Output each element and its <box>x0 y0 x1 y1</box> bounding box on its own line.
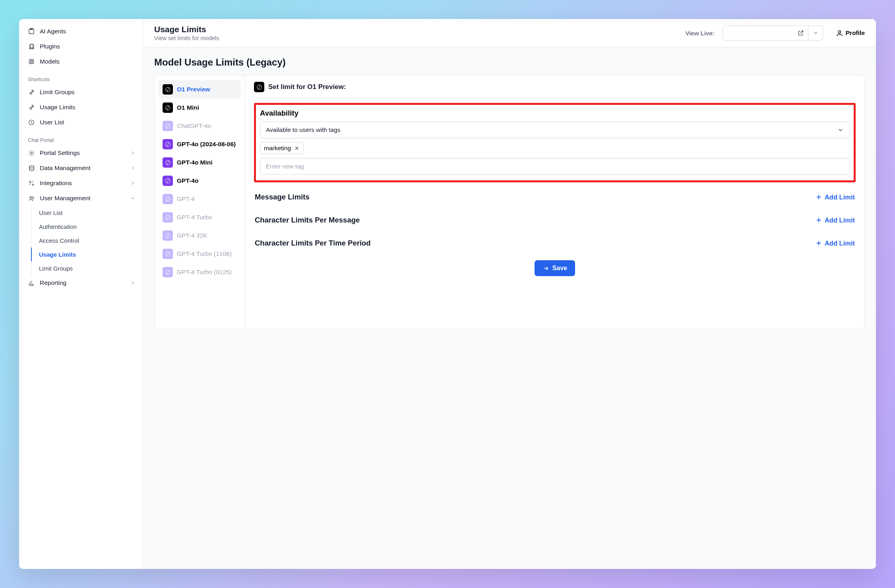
submenu-usagelimits[interactable]: Usage Limits <box>31 248 143 261</box>
label: Add Limit <box>825 193 855 201</box>
svg-point-7 <box>30 196 31 198</box>
pin-icon <box>28 104 35 111</box>
openai-icon <box>163 121 173 131</box>
model-item[interactable]: GPT-4 <box>159 190 241 208</box>
main-area: Usage Limits View set limits for models … <box>143 19 876 569</box>
sidebar-item-ai-agents[interactable]: AI Agents <box>19 24 143 39</box>
model-name: ChatGPT-4o <box>177 122 211 130</box>
limit-title: Message Limits <box>255 193 310 201</box>
model-name: O1 Preview <box>177 85 210 93</box>
add-limit-chars-per-period[interactable]: Add Limit <box>815 240 855 247</box>
sidebar-item-user-management[interactable]: User Management <box>19 191 143 206</box>
availability-value: Available to users with tags <box>266 126 341 133</box>
model-item[interactable]: GPT-4 32K <box>159 226 241 245</box>
label: Reporting <box>40 279 66 286</box>
limit-title: Character Limits Per Time Period <box>255 239 371 248</box>
label: Limit Groups <box>40 89 75 96</box>
sidebar-item-data-management[interactable]: Data Management <box>19 161 143 176</box>
add-limit-chars-per-message[interactable]: Add Limit <box>815 217 855 224</box>
model-item[interactable]: GPT-4 Turbo (1106) <box>159 245 241 263</box>
limit-row-chars-per-message: Character Limits Per Message Add Limit <box>254 205 856 228</box>
model-name: GPT-4 Turbo (1106) <box>177 250 232 257</box>
label: Save <box>552 265 567 272</box>
sidebar-item-portal-settings[interactable]: Portal Settings <box>19 145 143 161</box>
gear-icon <box>28 149 35 157</box>
detail-header: Set limit for O1 Preview: <box>254 82 856 98</box>
plus-icon <box>815 193 822 201</box>
availability-select[interactable]: Available to users with tags <box>260 122 850 138</box>
limit-row-messages: Message Limits Add Limit <box>254 182 856 205</box>
limit-title: Character Limits Per Message <box>255 216 360 224</box>
tag-input[interactable]: Enter new tag <box>260 158 850 175</box>
external-link-icon <box>798 30 804 36</box>
svg-point-5 <box>31 152 32 154</box>
submenu-authentication[interactable]: Authentication <box>31 220 143 234</box>
sidebar-item-shortcut-userlist[interactable]: User List <box>19 115 143 130</box>
svg-rect-3 <box>31 61 33 63</box>
chevron-down-icon <box>130 195 136 201</box>
remove-tag-icon[interactable] <box>294 145 300 151</box>
label: Integrations <box>40 180 72 187</box>
panel: O1 PreviewO1 MiniChatGPT-4oGPT-4o (2024-… <box>154 75 865 329</box>
sidebar-item-plugins[interactable]: Plugins <box>19 39 143 54</box>
model-item[interactable]: GPT-4 Turbo (0125) <box>159 263 241 281</box>
model-item[interactable]: GPT-4o (2024-08-06) <box>159 135 241 153</box>
model-item[interactable]: O1 Preview <box>159 80 241 99</box>
sidebar: AI Agents Plugins Models Shortcuts Limit… <box>19 19 143 569</box>
submenu-limitgroups[interactable]: Limit Groups <box>31 261 143 275</box>
openai-icon <box>163 212 173 222</box>
add-limit-messages[interactable]: Add Limit <box>815 193 855 201</box>
model-name: GPT-4o Mini <box>177 159 213 166</box>
viewlive-field[interactable] <box>723 26 808 40</box>
sidebar-item-shortcut-usagelimits[interactable]: Usage Limits <box>19 100 143 115</box>
model-item[interactable]: O1 Mini <box>159 99 241 117</box>
model-name: GPT-4 32K <box>177 232 207 239</box>
label: Data Management <box>40 164 91 172</box>
submenu-userlist[interactable]: User List <box>31 206 143 220</box>
openai-icon <box>163 103 173 113</box>
profile-button[interactable]: Profile <box>836 29 865 37</box>
label: Add Limit <box>825 217 855 224</box>
model-item[interactable]: GPT-4 Turbo <box>159 208 241 226</box>
sidebar-item-integrations[interactable]: Integrations <box>19 176 143 191</box>
tag-input-placeholder: Enter new tag <box>266 163 304 170</box>
model-item[interactable]: GPT-4o Mini <box>159 153 241 172</box>
chevron-right-icon <box>130 280 136 286</box>
plus-icon <box>815 240 822 247</box>
sidebar-item-models[interactable]: Models <box>19 54 143 69</box>
page-subtitle: View set limits for models <box>154 35 219 41</box>
openai-icon <box>163 157 173 168</box>
tag-chip: marketing <box>260 142 304 154</box>
chevron-right-icon <box>130 165 136 171</box>
model-item[interactable]: ChatGPT-4o <box>159 117 241 135</box>
sidebar-item-reporting[interactable]: Reporting <box>19 275 143 290</box>
sidebar-item-shortcut-limitgroups[interactable]: Limit Groups <box>19 85 143 100</box>
limit-row-chars-per-period: Character Limits Per Time Period Add Lim… <box>254 228 856 251</box>
chevron-right-icon <box>130 150 136 156</box>
section-chatportal: Chat Portal <box>19 130 143 145</box>
save-button[interactable]: Save <box>535 260 575 276</box>
svg-rect-2 <box>29 60 34 64</box>
model-name: GPT-4o <box>177 177 198 184</box>
tools-icon <box>28 180 35 187</box>
openai-icon <box>163 84 173 95</box>
model-name: O1 Mini <box>177 104 199 111</box>
topbar: Usage Limits View set limits for models … <box>143 19 876 47</box>
app-window: AI Agents Plugins Models Shortcuts Limit… <box>19 19 876 569</box>
detail-header-text: Set limit for O1 Preview: <box>268 83 346 91</box>
viewlive-dropdown-toggle[interactable] <box>808 26 823 40</box>
plus-icon <box>815 217 822 224</box>
submenu-accesscontrol[interactable]: Access Control <box>31 234 143 248</box>
content: Model Usage Limits (Legacy) O1 PreviewO1… <box>143 47 876 569</box>
label: Models <box>40 58 60 65</box>
clock-icon <box>28 119 35 126</box>
svg-point-9 <box>838 31 841 33</box>
model-name: GPT-4o (2024-08-06) <box>177 140 236 148</box>
openai-icon <box>163 194 173 204</box>
detail-column: Set limit for O1 Preview: Availability A… <box>245 75 864 329</box>
viewlive-select[interactable] <box>723 25 823 41</box>
puzzle-icon <box>28 43 35 50</box>
chip-icon <box>28 58 35 65</box>
model-item[interactable]: GPT-4o <box>159 172 241 190</box>
model-list: O1 PreviewO1 MiniChatGPT-4oGPT-4o (2024-… <box>155 75 245 329</box>
